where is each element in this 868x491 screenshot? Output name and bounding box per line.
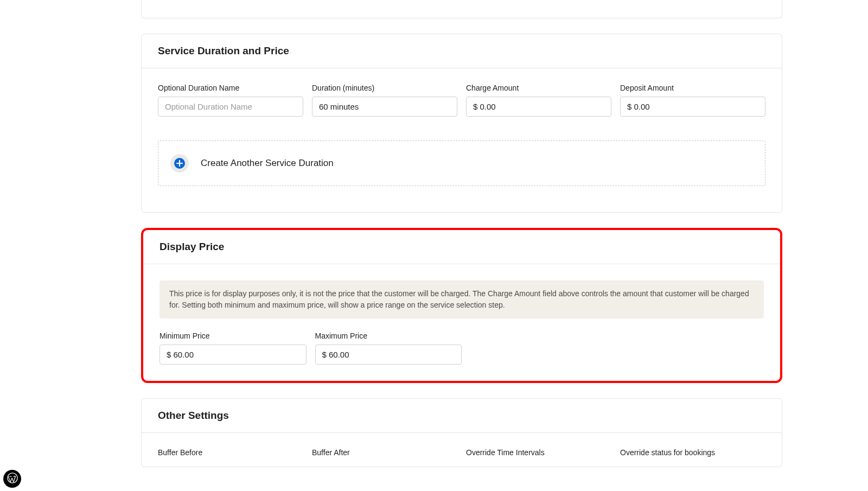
card-header: Service Duration and Price [142, 34, 782, 68]
display-price-info: This price is for display purposes only,… [159, 280, 764, 318]
plus-icon [174, 158, 185, 169]
card-body: This price is for display purposes only,… [143, 264, 780, 381]
display-price-card: Display Price This price is for display … [141, 228, 782, 383]
input-duration-name[interactable] [158, 97, 303, 117]
add-duration-button[interactable]: Create Another Service Duration [158, 141, 765, 186]
label-duration-minutes: Duration (minutes) [312, 84, 457, 92]
form-group-duration-name: Optional Duration Name [158, 84, 303, 117]
service-duration-card: Service Duration and Price Optional Dura… [141, 34, 782, 213]
other-settings-card: Other Settings Buffer Before Buffer Afte… [141, 398, 782, 467]
card-title-other-settings: Other Settings [158, 410, 765, 422]
card-body: Optional Duration Name Duration (minutes… [142, 68, 782, 212]
input-charge-amount[interactable] [466, 97, 611, 117]
label-duration-name: Optional Duration Name [158, 84, 303, 92]
card-title-display-price: Display Price [159, 241, 764, 253]
form-group-buffer-after: Buffer After [312, 448, 457, 461]
label-deposit-amount: Deposit Amount [620, 84, 765, 92]
form-group-override-intervals: Override Time Intervals [466, 448, 611, 461]
label-min-price: Minimum Price [159, 331, 307, 340]
label-charge-amount: Charge Amount [466, 84, 611, 92]
input-duration-minutes[interactable] [312, 97, 457, 117]
input-max-price[interactable] [315, 345, 462, 365]
plus-icon-wrap [170, 154, 189, 173]
label-override-status: Override status for bookings [620, 448, 765, 457]
form-group-max-price: Maximum Price [315, 331, 462, 365]
form-group-min-price: Minimum Price [159, 331, 307, 365]
form-group-duration-minutes: Duration (minutes) [312, 84, 457, 117]
card-header: Display Price [143, 230, 780, 264]
add-duration-label: Create Another Service Duration [201, 158, 334, 169]
card-header: Other Settings [142, 399, 782, 433]
other-settings-row: Buffer Before Buffer After Override Time… [158, 448, 765, 461]
label-max-price: Maximum Price [315, 331, 462, 340]
label-buffer-after: Buffer After [312, 448, 457, 457]
card-body: Buffer Before Buffer After Override Time… [142, 433, 782, 467]
form-group-charge-amount: Charge Amount [466, 84, 611, 117]
form-group-buffer-before: Buffer Before [158, 448, 303, 461]
label-buffer-before: Buffer Before [158, 448, 303, 457]
wordpress-badge[interactable] [3, 470, 21, 488]
label-override-intervals: Override Time Intervals [466, 448, 611, 457]
card-title-service-duration: Service Duration and Price [158, 45, 765, 57]
duration-form-row: Optional Duration Name Duration (minutes… [158, 84, 765, 117]
previous-card-bottom [141, 0, 782, 18]
input-deposit-amount[interactable] [620, 97, 765, 117]
wordpress-icon [7, 472, 18, 486]
input-min-price[interactable] [159, 345, 307, 365]
content-area: Service Duration and Price Optional Dura… [0, 0, 868, 467]
form-group-override-status: Override status for bookings [620, 448, 765, 461]
display-price-row: Minimum Price Maximum Price [159, 331, 462, 365]
form-group-deposit-amount: Deposit Amount [620, 84, 765, 117]
